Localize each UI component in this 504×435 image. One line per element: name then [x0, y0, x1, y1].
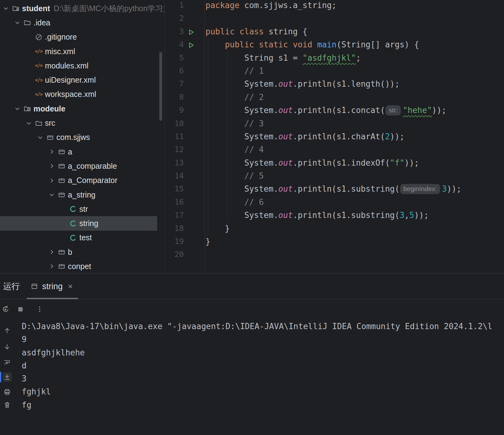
- chevron-right-icon[interactable]: [47, 262, 56, 270]
- chevron-down-icon[interactable]: [36, 133, 45, 141]
- code-token: .println(s1.length());: [293, 79, 400, 89]
- tree-item-modeule[interactable]: modeule: [0, 102, 164, 116]
- code-token: ));: [405, 158, 419, 167]
- code-line: // 2: [206, 91, 504, 104]
- tree-item-a[interactable]: a: [0, 145, 164, 159]
- code-token: package: [206, 1, 240, 10]
- tree-item-test[interactable]: test: [0, 231, 164, 245]
- tree-item-src[interactable]: src: [0, 116, 164, 130]
- code-token: .println(s1.concat(: [293, 106, 385, 115]
- tree-item-conpet[interactable]: conpet: [0, 259, 164, 273]
- code-token: System.: [206, 106, 278, 115]
- code-line: // 5: [206, 169, 504, 182]
- tree-item-a_Comparator[interactable]: a_Comparator: [0, 173, 164, 188]
- code-token: // 5: [206, 171, 264, 181]
- tree-item-label: .gitignore: [45, 33, 77, 41]
- tree-item-workspace.xml[interactable]: </>workspace.xml: [0, 87, 164, 102]
- tree-item-label: a_string: [68, 190, 95, 199]
- tree-item-label: a: [68, 147, 72, 156]
- code-token: System.: [206, 184, 278, 194]
- code-line: public class string {: [206, 25, 504, 38]
- more-options-icon[interactable]: [35, 305, 44, 314]
- chevron-right-icon[interactable]: [47, 162, 56, 170]
- chevron-down-icon[interactable]: [24, 119, 33, 127]
- code-line: }: [206, 222, 504, 235]
- tree-item-a_comparable[interactable]: a_comparable: [0, 159, 164, 173]
- console-line: d: [22, 359, 504, 372]
- arrow-down-icon[interactable]: [2, 342, 12, 351]
- code-token: // 3: [206, 119, 264, 128]
- code-token: out: [278, 106, 293, 115]
- tree-item-uiDesigner.xml[interactable]: </>uiDesigner.xml: [0, 73, 164, 87]
- tree-item-misc.xml[interactable]: </>misc.xml: [0, 44, 164, 59]
- code-line: package com.sjjws.a_string;: [206, 0, 504, 12]
- tree-item-label: conpet: [68, 262, 91, 271]
- tree-item-student[interactable]: studentD:\新桌面\MC小杨的python学习文: [0, 1, 164, 15]
- chevron-down-icon[interactable]: [47, 191, 56, 199]
- rerun-button[interactable]: [1, 305, 10, 314]
- arrow-up-icon[interactable]: [2, 326, 12, 335]
- run-tool-window: 运行 string D:\Java8\Java-17\bin\java.exe …: [0, 273, 504, 435]
- tree-item-label: workspace.xml: [45, 90, 96, 99]
- line-number: 10: [165, 117, 184, 130]
- tree-item-.gitignore[interactable]: .gitignore: [0, 30, 164, 44]
- tree-item-b[interactable]: b: [0, 245, 164, 259]
- code-token: }: [206, 224, 230, 233]
- stop-button[interactable]: [16, 305, 25, 314]
- console-line: 9: [22, 333, 504, 346]
- code-line: // 3: [206, 117, 504, 130]
- package-icon: [56, 248, 67, 256]
- chevron-right-icon[interactable]: [47, 176, 56, 185]
- tree-scrollbar-thumb[interactable]: [159, 52, 162, 121]
- line-number: 7: [165, 77, 184, 90]
- line-number: 13: [165, 156, 184, 169]
- code-token: // 4: [206, 145, 264, 154]
- chevron-spacer: [59, 205, 68, 213]
- tree-item-label: student: [22, 4, 50, 13]
- console-line: asdfghjklhehe: [22, 346, 504, 359]
- tree-item-string[interactable]: string: [0, 216, 164, 230]
- chevron-down-icon[interactable]: [13, 19, 22, 27]
- package-icon: [56, 162, 67, 170]
- package-icon: [56, 176, 67, 185]
- run-tab-string[interactable]: string: [26, 274, 79, 299]
- inlay-hint: str:: [386, 105, 401, 115]
- tree-item-modules.xml[interactable]: </>modules.xml: [0, 59, 164, 73]
- code-line: // 6: [206, 196, 504, 209]
- tree-item-str[interactable]: str: [0, 202, 164, 216]
- code-token: [312, 40, 317, 49]
- code-token: "f": [390, 158, 405, 167]
- chevron-right-icon[interactable]: [47, 248, 56, 256]
- clear-icon[interactable]: [2, 400, 12, 410]
- code-token: out: [278, 211, 293, 220]
- tree-item-a_string[interactable]: a_string: [0, 188, 164, 202]
- tree-item-.idea[interactable]: .idea: [0, 15, 164, 30]
- code-line: System.out.println(s1.indexOf("f"));: [206, 156, 504, 169]
- code-line: [206, 12, 504, 25]
- tree-item-com.sjjws[interactable]: com.sjjws: [0, 130, 164, 145]
- code-token: (String[] args) {: [337, 40, 419, 49]
- scroll-to-end-icon[interactable]: [2, 372, 12, 382]
- line-number: 15: [165, 182, 184, 195]
- tree-item-label: str: [79, 205, 88, 214]
- code-token: // 6: [206, 198, 264, 207]
- print-icon[interactable]: [2, 387, 12, 397]
- code-line: [206, 248, 504, 261]
- line-number: 11: [165, 130, 184, 143]
- chevron-right-icon[interactable]: [47, 148, 56, 156]
- ide-window: studentD:\新桌面\MC小杨的python学习文.idea.gitign…: [0, 0, 504, 435]
- chevron-down-icon[interactable]: [13, 105, 22, 113]
- code-token: out: [278, 184, 293, 194]
- console-area: D:\Java8\Java-17\bin\java.exe "-javaagen…: [0, 319, 504, 435]
- code-token: .println(s1.substring(: [293, 184, 400, 194]
- project-path: D:\新桌面\MC小杨的python学习文: [54, 3, 164, 14]
- soft-wrap-icon[interactable]: [2, 358, 12, 367]
- close-tab-icon[interactable]: [66, 282, 74, 290]
- code-token: out: [278, 132, 293, 141]
- chevron-down-icon[interactable]: [1, 4, 11, 12]
- package-icon: [56, 148, 67, 156]
- code-token: main: [317, 40, 337, 49]
- editor-code-area[interactable]: package com.sjjws.a_string;public class …: [206, 0, 504, 273]
- console-output[interactable]: D:\Java8\Java-17\bin\java.exe "-javaagen…: [22, 320, 504, 435]
- line-number: 5: [165, 51, 184, 64]
